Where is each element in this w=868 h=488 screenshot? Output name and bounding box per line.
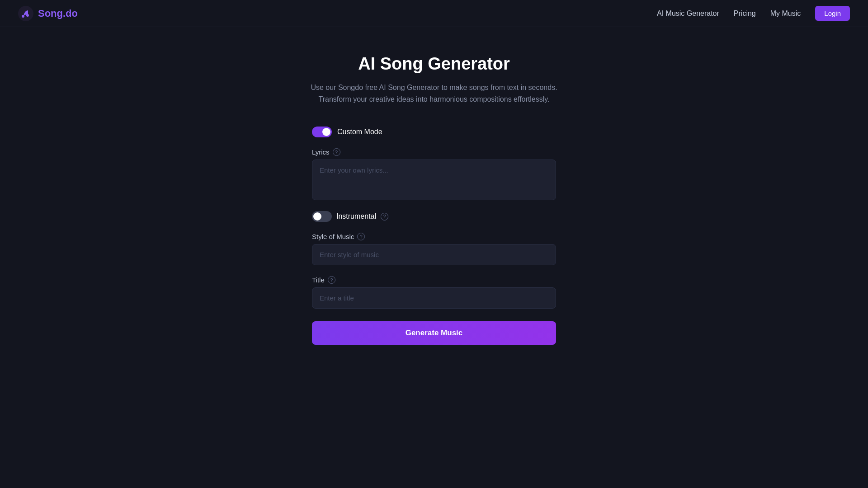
style-input[interactable]	[312, 244, 556, 265]
svg-point-2	[26, 14, 29, 17]
title-label: Title ?	[312, 276, 556, 284]
custom-mode-row: Custom Mode	[312, 127, 556, 137]
style-help-icon[interactable]: ?	[357, 233, 365, 240]
logo-text: Song.do	[38, 8, 78, 19]
instrumental-toggle-knob	[313, 212, 321, 221]
title-help-icon[interactable]: ?	[328, 276, 335, 284]
nav-ai-music-generator[interactable]: AI Music Generator	[657, 9, 719, 18]
instrumental-row: Instrumental ?	[312, 211, 556, 222]
nav-pricing[interactable]: Pricing	[734, 9, 756, 18]
custom-mode-label: Custom Mode	[337, 128, 382, 136]
toggle-knob	[322, 128, 330, 136]
lyrics-field-group: Lyrics ?	[312, 148, 556, 200]
nav-my-music[interactable]: My Music	[770, 9, 801, 18]
title-input[interactable]	[312, 287, 556, 309]
style-label: Style of Music ?	[312, 233, 556, 240]
logo[interactable]: Song.do	[18, 6, 78, 21]
instrumental-toggle[interactable]	[312, 211, 332, 222]
lyrics-label: Lyrics ?	[312, 148, 556, 156]
logo-icon	[18, 6, 33, 21]
nav: AI Music Generator Pricing My Music Logi…	[657, 6, 850, 21]
lyrics-input[interactable]	[312, 160, 556, 200]
main-content: AI Song Generator Use our Songdo free AI…	[0, 27, 868, 345]
login-button[interactable]: Login	[815, 6, 850, 21]
instrumental-label: Instrumental	[336, 212, 376, 221]
title-field-group: Title ?	[312, 276, 556, 309]
svg-point-1	[22, 15, 24, 18]
instrumental-help-icon[interactable]: ?	[381, 213, 388, 221]
custom-mode-toggle[interactable]	[312, 127, 332, 137]
header: Song.do AI Music Generator Pricing My Mu…	[0, 0, 868, 27]
lyrics-help-icon[interactable]: ?	[333, 148, 340, 156]
form-container: Custom Mode Lyrics ? Instrumental ? Styl…	[312, 127, 556, 345]
page-title: AI Song Generator	[358, 54, 510, 74]
generate-button[interactable]: Generate Music	[312, 321, 556, 345]
style-field-group: Style of Music ?	[312, 233, 556, 265]
page-subtitle: Use our Songdo free AI Song Generator to…	[303, 82, 565, 105]
